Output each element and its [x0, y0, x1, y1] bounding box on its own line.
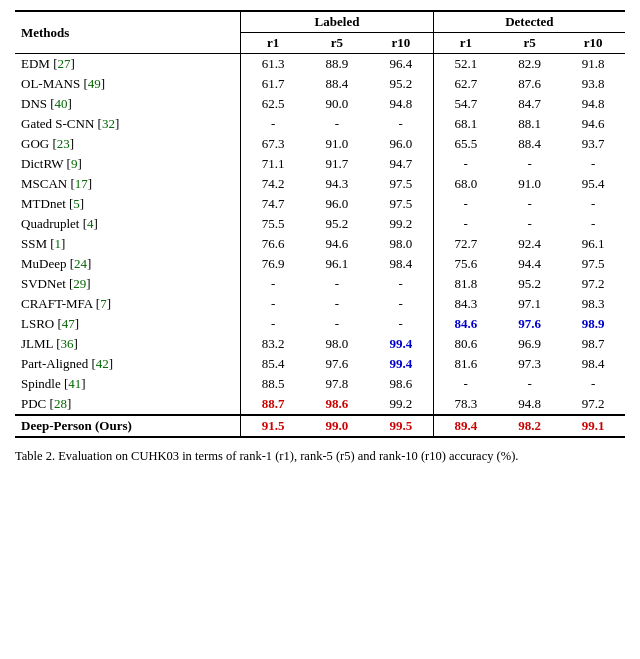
table-container: Methods Labeled Detected r1 r5 r10 r1 r5…: [15, 10, 625, 438]
table-row: Part-Aligned [42]85.497.699.481.697.398.…: [15, 354, 625, 374]
labeled-value: 96.0: [369, 134, 434, 154]
labeled-value: 98.4: [369, 254, 434, 274]
method-name: DNS [40]: [15, 94, 241, 114]
labeled-value: 98.6: [369, 374, 434, 394]
labeled-value: 94.3: [305, 174, 369, 194]
detected-value: 98.2: [498, 415, 562, 437]
table-row: SSM [1]76.694.698.072.792.496.1: [15, 234, 625, 254]
detected-value: 95.2: [498, 274, 562, 294]
labeled-group-header: Labeled: [241, 11, 434, 33]
detected-value: 94.8: [498, 394, 562, 415]
detected-value: 84.7: [498, 94, 562, 114]
labeled-value: 88.5: [241, 374, 306, 394]
detected-value: 97.6: [498, 314, 562, 334]
detected-value: 97.2: [561, 394, 625, 415]
method-name: MuDeep [24]: [15, 254, 241, 274]
labeled-value: 99.4: [369, 334, 434, 354]
labeled-value: -: [369, 114, 434, 134]
detected-value: 95.4: [561, 174, 625, 194]
detected-value: 65.5: [433, 134, 498, 154]
detected-value: -: [433, 374, 498, 394]
labeled-value: 88.9: [305, 54, 369, 75]
labeled-value: 99.5: [369, 415, 434, 437]
detected-value: -: [561, 154, 625, 174]
table-caption: Table 2. Evaluation on CUHK03 in terms o…: [15, 448, 625, 466]
table-row: LSRO [47]---84.697.698.9: [15, 314, 625, 334]
results-table: Methods Labeled Detected r1 r5 r10 r1 r5…: [15, 10, 625, 438]
detected-value: 98.3: [561, 294, 625, 314]
method-name: MTDnet [5]: [15, 194, 241, 214]
labeled-value: 97.5: [369, 194, 434, 214]
detected-value: -: [498, 194, 562, 214]
detected-value: 75.6: [433, 254, 498, 274]
labeled-value: 97.5: [369, 174, 434, 194]
detected-value: 97.2: [561, 274, 625, 294]
labeled-value: 98.6: [305, 394, 369, 415]
table-row: JLML [36]83.298.099.480.696.998.7: [15, 334, 625, 354]
detected-value: 94.8: [561, 94, 625, 114]
labeled-value: -: [305, 294, 369, 314]
detected-group-header: Detected: [433, 11, 625, 33]
method-name: CRAFT-MFA [7]: [15, 294, 241, 314]
detected-value: -: [498, 374, 562, 394]
detected-value: -: [433, 154, 498, 174]
table-row: OL-MANS [49]61.788.495.262.787.693.8: [15, 74, 625, 94]
col-detected-r5: r5: [498, 33, 562, 54]
detected-value: 91.0: [498, 174, 562, 194]
labeled-value: 76.9: [241, 254, 306, 274]
method-name: Gated S-CNN [32]: [15, 114, 241, 134]
table-row: SVDNet [29]---81.895.297.2: [15, 274, 625, 294]
labeled-value: 74.7: [241, 194, 306, 214]
col-detected-r1: r1: [433, 33, 498, 54]
labeled-value: 88.7: [241, 394, 306, 415]
labeled-value: 75.5: [241, 214, 306, 234]
labeled-value: -: [369, 274, 434, 294]
detected-value: 94.4: [498, 254, 562, 274]
labeled-value: 99.4: [369, 354, 434, 374]
detected-value: 82.9: [498, 54, 562, 75]
table-row: EDM [27]61.388.996.452.182.991.8: [15, 54, 625, 75]
detected-value: 81.6: [433, 354, 498, 374]
detected-value: -: [433, 214, 498, 234]
detected-value: 84.3: [433, 294, 498, 314]
labeled-value: -: [241, 114, 306, 134]
detected-value: 92.4: [498, 234, 562, 254]
table-row: PDC [28]88.798.699.278.394.897.2: [15, 394, 625, 415]
labeled-value: 62.5: [241, 94, 306, 114]
labeled-value: -: [369, 294, 434, 314]
detected-value: 89.4: [433, 415, 498, 437]
labeled-value: 85.4: [241, 354, 306, 374]
detected-value: 68.1: [433, 114, 498, 134]
table-row: MSCAN [17]74.294.397.568.091.095.4: [15, 174, 625, 194]
detected-value: 93.7: [561, 134, 625, 154]
table-row: GOG [23]67.391.096.065.588.493.7: [15, 134, 625, 154]
detected-value: 93.8: [561, 74, 625, 94]
detected-value: 52.1: [433, 54, 498, 75]
detected-value: 72.7: [433, 234, 498, 254]
method-name: OL-MANS [49]: [15, 74, 241, 94]
labeled-value: 98.0: [305, 334, 369, 354]
detected-value: 98.7: [561, 334, 625, 354]
labeled-value: 99.0: [305, 415, 369, 437]
labeled-value: -: [305, 114, 369, 134]
detected-value: 62.7: [433, 74, 498, 94]
labeled-value: 83.2: [241, 334, 306, 354]
labeled-value: 94.8: [369, 94, 434, 114]
table-row: MuDeep [24]76.996.198.475.694.497.5: [15, 254, 625, 274]
labeled-value: -: [305, 274, 369, 294]
detected-value: -: [498, 214, 562, 234]
method-name: MSCAN [17]: [15, 174, 241, 194]
table-row: Deep-Person (Ours)91.599.099.589.498.299…: [15, 415, 625, 437]
labeled-value: 67.3: [241, 134, 306, 154]
col-labeled-r5: r5: [305, 33, 369, 54]
table-row: CRAFT-MFA [7]---84.397.198.3: [15, 294, 625, 314]
detected-value: 91.8: [561, 54, 625, 75]
method-name: SVDNet [29]: [15, 274, 241, 294]
labeled-value: 76.6: [241, 234, 306, 254]
detected-value: -: [561, 194, 625, 214]
labeled-value: 91.0: [305, 134, 369, 154]
detected-value: 84.6: [433, 314, 498, 334]
detected-value: 80.6: [433, 334, 498, 354]
labeled-value: -: [241, 274, 306, 294]
detected-value: 88.4: [498, 134, 562, 154]
